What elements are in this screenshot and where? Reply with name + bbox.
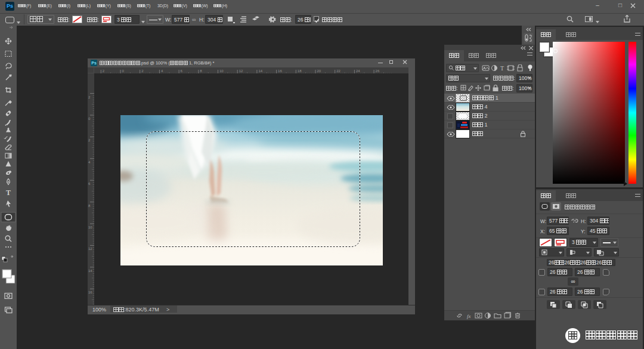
svg-text:2: 2	[103, 69, 105, 73]
svg-text:20: 20	[317, 69, 321, 73]
svg-text:2: 2	[88, 95, 91, 99]
svg-text:0: 0	[88, 117, 91, 121]
svg-text:T: T	[6, 189, 11, 197]
svg-text:18: 18	[298, 69, 302, 73]
svg-text:4: 4	[88, 160, 91, 164]
svg-text:12: 12	[88, 247, 92, 251]
svg-text:4: 4	[161, 69, 163, 73]
svg-text:12: 12	[239, 69, 243, 73]
svg-text:14: 14	[258, 69, 262, 73]
svg-text:T: T	[500, 65, 504, 72]
svg-text:2: 2	[141, 69, 144, 73]
svg-text:10: 10	[219, 69, 224, 73]
svg-text:2: 2	[88, 138, 91, 142]
svg-text:26: 26	[376, 69, 380, 73]
svg-text:24: 24	[356, 69, 360, 73]
svg-text:0: 0	[122, 69, 125, 73]
svg-text:22: 22	[336, 69, 340, 73]
svg-text:8: 8	[88, 204, 91, 208]
svg-text:6: 6	[88, 182, 91, 186]
svg-text:16: 16	[278, 69, 282, 73]
svg-text:14: 14	[88, 269, 92, 273]
svg-text:8: 8	[200, 69, 202, 73]
svg-text:6: 6	[181, 69, 183, 73]
svg-text:fx: fx	[467, 313, 471, 319]
svg-text:10: 10	[88, 226, 92, 229]
svg-text:16: 16	[88, 291, 92, 294]
